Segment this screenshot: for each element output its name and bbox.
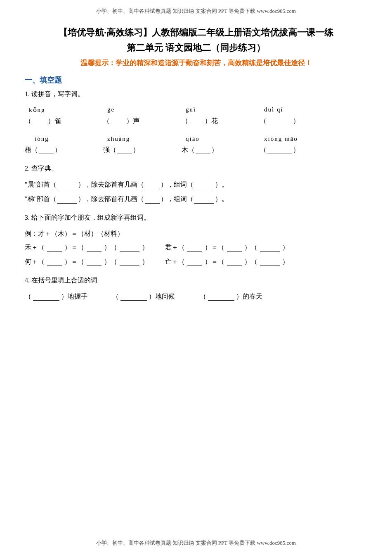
- q1-char-row1: （）雀 （）声 （）花 （）: [25, 117, 367, 126]
- q2-title: 2. 查字典。: [25, 164, 367, 173]
- q4-item-3: （）的春天: [200, 292, 262, 301]
- pinyin-xiong-mao: xióng māo: [260, 135, 338, 142]
- pinyin-zhuang: zhuàng: [103, 135, 182, 142]
- q2-line2: "梯"部首（），除去部首有几画（），组词（）。: [25, 195, 367, 204]
- q3-row1-right: 君＋（）＝（）（）: [165, 243, 289, 252]
- q3-row1-left: 禾＋（）＝（）（）: [25, 243, 149, 252]
- main-title: 【培优导航·高效练习】人教部编版二年级上册语文培优拔高一课一练: [25, 26, 367, 39]
- q4-item-1: （）地握手: [25, 292, 87, 301]
- question-4: 4. 在括号里填上合适的词 （）地握手 （）地问候 （）的春天: [25, 276, 367, 301]
- q1-char-row2: 梧（） 强（） 木（） （）: [25, 146, 367, 154]
- char-cell-5: 梧（）: [25, 146, 103, 154]
- q3-fill-rows: 禾＋（）＝（）（） 君＋（）＝（）（） 何＋（）＝（）（） 亡＋（）＝（）（）: [25, 243, 367, 266]
- q3-row2-left: 何＋（）＝（）（）: [25, 258, 149, 266]
- question-3: 3. 给下面的字加个朋友，组成新字再组词。 例：才＋（木）＝（材）（材料） 禾＋…: [25, 213, 367, 266]
- q4-title: 4. 在括号里填上合适的词: [25, 276, 367, 285]
- page-header: 小学、初中、高中各种试卷真题 知识归纳 文案合同 PPT 等免费下载 www.d…: [0, 0, 392, 18]
- pinyin-ge: gē: [103, 106, 182, 114]
- sub-title: 第二单元 语文园地二（同步练习）: [25, 42, 367, 54]
- pinyin-kong: kǒng: [25, 106, 103, 114]
- char-cell-8: （）: [260, 146, 338, 154]
- q4-fill-row: （）地握手 （）地问候 （）的春天: [25, 292, 367, 301]
- q2-line1: "晨"部首（），除去部首有几画（），组词（）。: [25, 180, 367, 189]
- q3-row2-right: 亡＋（）＝（）（）: [165, 258, 289, 266]
- q3-example: 例：才＋（木）＝（材）（材料）: [25, 230, 367, 238]
- section1-title: 一、填空题: [25, 75, 367, 85]
- pinyin-dui-qi: duì qí: [260, 106, 338, 114]
- char-cell-2: （）声: [103, 117, 182, 126]
- char-cell-3: （）花: [182, 117, 260, 126]
- pinyin-tong: tóng: [25, 135, 103, 142]
- footer-text: 小学、初中、高中各种试卷真题 知识归纳 文案合同 PPT 等免费下载 www.d…: [96, 540, 296, 546]
- warm-tip: 温馨提示：学业的精深和造诣源于勤奋和刻苦，高效精练是培优最佳途径！: [25, 58, 367, 68]
- q3-title: 3. 给下面的字加个朋友，组成新字再组词。: [25, 213, 367, 222]
- q1-title: 1. 读拼音，写字词。: [25, 90, 367, 99]
- pinyin-qiao: qiáo: [182, 135, 260, 142]
- char-cell-4: （）: [260, 117, 338, 126]
- char-cell-7: 木（）: [182, 146, 260, 154]
- question-2: 2. 查字典。 "晨"部首（），除去部首有几画（），组词（）。 "梯"部首（），…: [25, 164, 367, 204]
- q4-item-2: （）地问候: [112, 292, 175, 301]
- q1-pinyin-row2: tóng zhuàng qiáo xióng māo: [25, 135, 367, 142]
- pinyin-gui: guì: [182, 106, 260, 114]
- header-text: 小学、初中、高中各种试卷真题 知识归纳 文案合同 PPT 等免费下载 www.d…: [96, 8, 296, 14]
- char-cell-1: （）雀: [25, 117, 103, 126]
- q1-pinyin-row1: kǒng gē guì duì qí: [25, 106, 367, 114]
- question-1: 1. 读拼音，写字词。 kǒng gē guì duì qí （）雀 （）声 （…: [25, 90, 367, 154]
- page-footer: 小学、初中、高中各种试卷真题 知识归纳 文案合同 PPT 等免费下载 www.d…: [0, 539, 392, 547]
- char-cell-6: 强（）: [103, 146, 182, 154]
